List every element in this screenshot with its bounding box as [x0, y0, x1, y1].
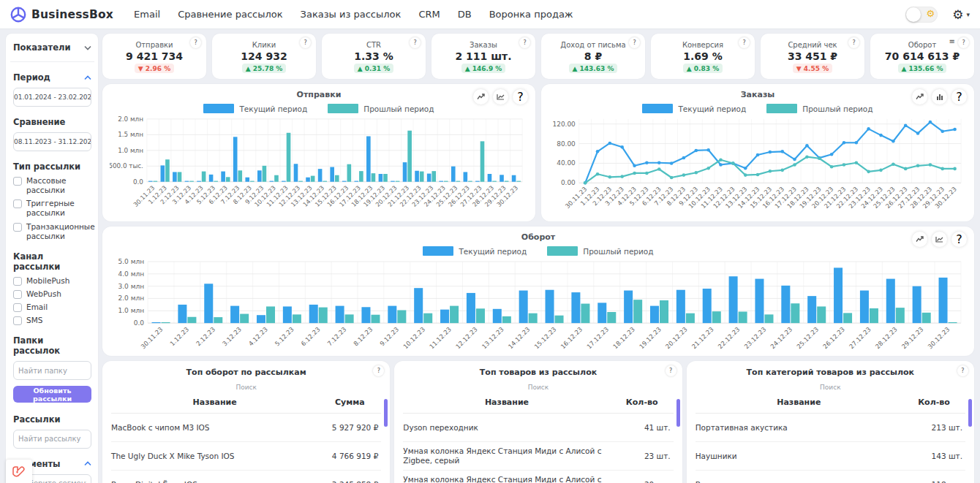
nav-link-crm[interactable]: CRM	[418, 9, 440, 20]
legend-item[interactable]: Прошлый период	[547, 246, 653, 256]
svg-text:120.00: 120.00	[553, 121, 576, 128]
svg-text:12.12.23: 12.12.23	[454, 326, 479, 351]
table-cell-value: 4 766 919 ₽	[318, 452, 381, 460]
help-icon[interactable]: ?	[629, 37, 640, 48]
mailing-channel-checkbox-email[interactable]: Email	[13, 303, 91, 312]
column-header-value[interactable]: Кол-во	[902, 398, 965, 407]
checkbox-icon[interactable]	[13, 223, 22, 232]
sidebar-section-period[interactable]: Период	[13, 72, 91, 83]
svg-text:13.12.23: 13.12.23	[480, 326, 505, 351]
period-date-input[interactable]	[13, 88, 91, 107]
top-navbar: BusinessBox EmailСравнение рассылокЗаказ…	[0, 0, 980, 29]
trend-icon[interactable]	[473, 89, 489, 104]
help-icon[interactable]: ?	[513, 89, 528, 104]
legend-item[interactable]: Текущий период	[642, 104, 746, 113]
table-scrollbar[interactable]	[384, 399, 388, 427]
trend-icon[interactable]	[912, 89, 927, 104]
help-icon[interactable]: ?	[739, 37, 750, 48]
column-header-name[interactable]: Название	[111, 398, 318, 407]
mailing-type-checkbox-триггерные-рассылки[interactable]: Триггерные рассылки	[13, 199, 91, 218]
help-icon[interactable]: ?	[519, 37, 530, 48]
nav-link-воронка-продаж[interactable]: Воронка продаж	[489, 9, 573, 20]
chart-type-icon[interactable]	[932, 232, 947, 247]
top-table-card-0: ?Топ оборот по рассылкамПоискНазваниеСум…	[102, 361, 390, 483]
top-table-card-2: ?Топ категорий товаров из рассылокПоискН…	[687, 361, 974, 483]
checkbox-icon[interactable]	[13, 177, 22, 186]
kpi-delta-badge: ▲ 25.78 %	[242, 64, 287, 73]
nav-link-сравнение-рассылок[interactable]: Сравнение рассылок	[178, 9, 282, 20]
help-icon[interactable]: ?	[300, 37, 311, 48]
table-scrollbar[interactable]	[676, 399, 680, 427]
kpi-delta-badge: ▲ 143.63 %	[569, 64, 618, 73]
checkbox-icon[interactable]	[13, 316, 22, 325]
column-header-name[interactable]: Название	[403, 398, 610, 407]
help-icon[interactable]: ?	[190, 37, 201, 48]
column-header-value[interactable]: Кол-во	[611, 398, 674, 407]
help-icon[interactable]: ?	[951, 232, 967, 247]
sidebar-section-mailings: Рассылки	[13, 414, 91, 425]
svg-text:0.0: 0.0	[133, 178, 143, 186]
table-cell-name: Все пылесосы	[696, 480, 902, 483]
help-icon[interactable]: ?	[373, 365, 384, 376]
checkbox-icon[interactable]	[13, 290, 22, 299]
checkbox-icon[interactable]	[13, 277, 22, 286]
kpi-label: CTR	[366, 41, 381, 49]
brand-logo[interactable]: BusinessBox	[10, 7, 113, 23]
chart-type-icon[interactable]	[493, 89, 508, 104]
svg-text:24.12.23: 24.12.23	[769, 326, 794, 351]
checkbox-icon[interactable]	[13, 303, 22, 312]
mailing-channel-checkbox-webpush[interactable]: WebPush	[13, 289, 91, 299]
menu-icon[interactable]: ≡	[949, 37, 955, 45]
kpi-value: 124 932	[241, 50, 287, 62]
settings-menu-button[interactable]: ⚙ ▾	[952, 7, 970, 22]
top-tables-row: ?Топ оборот по рассылкамПоискНазваниеСум…	[102, 361, 974, 483]
table-search-toggle[interactable]: Поиск	[696, 384, 965, 391]
folder-search-input[interactable]	[13, 361, 91, 380]
svg-text:2.12.23: 2.12.23	[195, 326, 216, 348]
chart-card-sends: ? Отправки Текущий периодПрошлый период …	[102, 84, 535, 221]
svg-text:0.00: 0.00	[561, 179, 576, 186]
refresh-mailings-button[interactable]: Обновить рассылки	[13, 386, 91, 403]
table-search-toggle[interactable]: Поиск	[403, 384, 673, 391]
help-icon[interactable]: ?	[666, 365, 676, 376]
brand-name: BusinessBox	[31, 8, 113, 21]
debugbar-toggle[interactable]	[6, 460, 32, 483]
table-cell-name: Портативная акустика	[696, 423, 902, 433]
svg-text:1.0 млн: 1.0 млн	[118, 307, 144, 314]
kpi-label: Заказы	[470, 41, 497, 49]
mailing-type-checkbox-транзакционные-рассылки[interactable]: Транзакционные рассылки	[13, 222, 91, 241]
nav-link-db[interactable]: DB	[458, 9, 472, 20]
nav-link-email[interactable]: Email	[134, 9, 160, 20]
column-header-value[interactable]: Сумма	[318, 398, 381, 407]
table-search-toggle[interactable]: Поиск	[111, 384, 381, 391]
mailing-search-input[interactable]	[13, 430, 91, 449]
theme-toggle[interactable]: ⚙	[905, 7, 938, 23]
trend-icon[interactable]	[912, 232, 927, 247]
help-icon[interactable]: ?	[410, 37, 421, 48]
kpi-delta-badge: ▲ 146.9 %	[461, 64, 506, 73]
sidebar-section-comparison[interactable]: Сравнение	[13, 117, 91, 127]
table-cell-value: 20 шт.	[611, 480, 674, 483]
checkbox-icon[interactable]	[13, 199, 22, 208]
legend-item[interactable]: Текущий период	[423, 246, 527, 256]
nav-link-заказы-из-рассылок[interactable]: Заказы из рассылок	[301, 9, 402, 20]
legend-item[interactable]: Прошлый период	[766, 104, 872, 113]
revenue-chart: 5.0 млн4.0 млн3.0 млн2.0 млн1.0 млн0.030…	[110, 257, 967, 352]
table-scrollbar[interactable]	[968, 399, 972, 427]
help-icon[interactable]: ?	[951, 89, 967, 104]
column-header-name[interactable]: Название	[696, 398, 902, 407]
mailing-type-checkbox-массовые-рассылки[interactable]: Массовые рассылки	[13, 176, 91, 195]
legend-item[interactable]: Прошлый период	[328, 104, 434, 113]
chevron-down-icon: ▾	[966, 11, 970, 18]
svg-text:28.12.23: 28.12.23	[874, 326, 899, 351]
mailing-channel-checkbox-sms[interactable]: SMS	[13, 316, 91, 325]
sidebar-section-indicators[interactable]: Показатели	[13, 42, 91, 53]
legend-item[interactable]: Текущий период	[203, 104, 307, 113]
help-icon[interactable]: ?	[958, 37, 969, 48]
chart-type-icon[interactable]	[932, 89, 947, 104]
comparison-date-input[interactable]	[13, 132, 91, 151]
help-icon[interactable]: ?	[848, 37, 859, 48]
help-icon[interactable]: ?	[957, 365, 968, 376]
svg-text:22.12.23: 22.12.23	[717, 326, 742, 351]
mailing-channel-checkbox-mobilepush[interactable]: MobilePush	[13, 276, 91, 286]
